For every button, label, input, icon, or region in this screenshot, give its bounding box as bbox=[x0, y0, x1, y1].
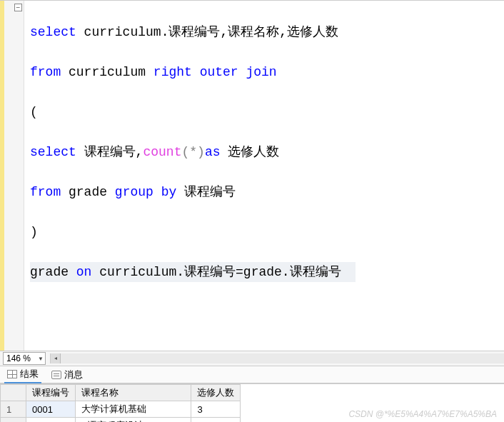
zoom-value: 146 % bbox=[6, 353, 31, 363]
keyword-join: right outer join bbox=[153, 65, 277, 79]
code-text: 选修人数 bbox=[220, 145, 279, 159]
column-header[interactable]: 课程名称 bbox=[76, 385, 191, 401]
editor-gutter: − bbox=[0, 1, 24, 351]
change-marker bbox=[0, 1, 4, 351]
sql-editor[interactable]: − select curriculum.课程编号,课程名称,选修人数 from … bbox=[0, 0, 504, 351]
paren: ( bbox=[181, 145, 189, 159]
tab-results[interactable]: 结果 bbox=[4, 366, 41, 383]
zoom-toolbar: 146 % ▼ ◂ bbox=[0, 351, 504, 366]
keyword-on: on bbox=[76, 265, 92, 279]
cell[interactable]: 0002 bbox=[26, 418, 76, 423]
table-row[interactable]: 2 0002 C语言程序设计 3 bbox=[1, 418, 241, 423]
table-row[interactable]: 1 0001 大学计算机基础 3 bbox=[1, 401, 241, 418]
horizontal-scrollbar[interactable]: ◂ bbox=[50, 353, 504, 363]
keyword-from: from bbox=[30, 65, 61, 79]
zoom-dropdown[interactable]: 146 % ▼ bbox=[3, 352, 46, 365]
cell[interactable]: 大学计算机基础 bbox=[76, 401, 191, 418]
code-text: curriculum.课程编号=grade.课程编号 bbox=[91, 265, 341, 279]
results-grid[interactable]: 课程编号 课程名称 选修人数 1 0001 大学计算机基础 3 2 0002 C… bbox=[0, 384, 241, 422]
results-panel: 课程编号 课程名称 选修人数 1 0001 大学计算机基础 3 2 0002 C… bbox=[0, 383, 504, 422]
header-row: 课程编号 课程名称 选修人数 bbox=[1, 385, 241, 401]
current-line: grade on curriculum.课程编号=grade.课程编号 bbox=[30, 262, 356, 282]
row-number: 2 bbox=[1, 418, 26, 423]
code-text: 课程编号 bbox=[176, 185, 236, 199]
function-count: count bbox=[143, 145, 181, 159]
code-text: grade bbox=[61, 185, 115, 199]
paren: ) bbox=[197, 145, 205, 159]
cell[interactable]: 3 bbox=[191, 401, 241, 418]
tab-label: 结果 bbox=[20, 368, 39, 381]
code-content[interactable]: select curriculum.课程编号,课程名称,选修人数 from cu… bbox=[24, 1, 504, 351]
row-number: 1 bbox=[1, 401, 26, 418]
fold-toggle[interactable]: − bbox=[14, 4, 22, 11]
grid-icon bbox=[7, 370, 17, 378]
scroll-left-icon[interactable]: ◂ bbox=[51, 353, 61, 363]
chevron-down-icon: ▼ bbox=[38, 356, 44, 362]
tab-label: 消息 bbox=[64, 368, 83, 381]
keyword-groupby: group by bbox=[115, 185, 176, 199]
keyword-select: select bbox=[30, 25, 76, 39]
column-header[interactable]: 选修人数 bbox=[191, 385, 241, 401]
tab-messages[interactable]: 消息 bbox=[49, 367, 86, 383]
code-text: ) bbox=[30, 225, 38, 239]
cell[interactable]: 0001 bbox=[26, 401, 76, 418]
column-header[interactable]: 课程编号 bbox=[26, 385, 76, 401]
message-icon bbox=[51, 371, 61, 379]
keyword-as: as bbox=[205, 145, 221, 159]
star: * bbox=[189, 145, 197, 159]
code-text: grade bbox=[30, 265, 76, 279]
code-text: curriculum.课程编号,课程名称,选修人数 bbox=[76, 25, 338, 39]
keyword-select: select bbox=[30, 145, 76, 159]
code-text: 课程编号, bbox=[76, 145, 143, 159]
code-text: ( bbox=[30, 105, 38, 119]
cell[interactable]: 3 bbox=[191, 418, 241, 423]
cell[interactable]: C语言程序设计 bbox=[76, 418, 191, 423]
code-text: curriculum bbox=[61, 65, 153, 79]
results-tabs: 结果 消息 bbox=[0, 366, 504, 383]
keyword-from: from bbox=[30, 185, 61, 199]
corner-cell bbox=[1, 385, 26, 401]
